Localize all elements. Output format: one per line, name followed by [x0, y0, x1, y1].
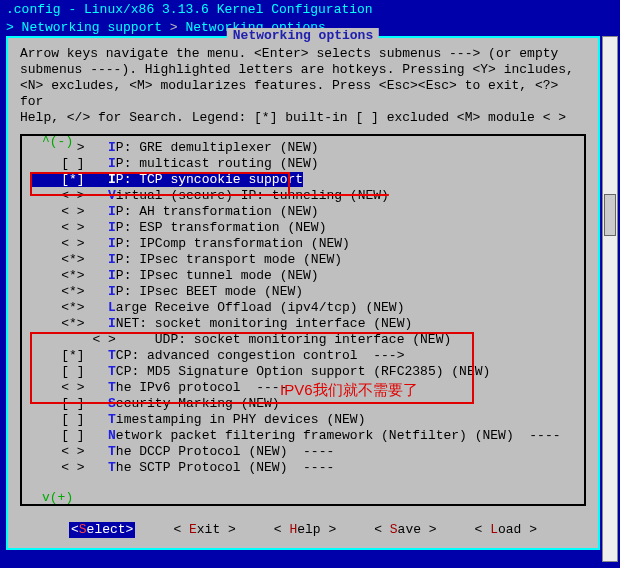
help-line: <N> excludes, <M> modularizes features. … — [20, 78, 586, 110]
menu-item[interactable]: [ ] IP: multicast routing (NEW) — [30, 156, 576, 172]
item-selector: [ ] — [30, 364, 108, 379]
window-title: .config - Linux/x86 3.13.6 Kernel Config… — [0, 0, 620, 20]
menu-item[interactable]: [*] TCP: advanced congestion control ---… — [30, 348, 576, 364]
item-hotkey: T — [108, 444, 116, 459]
item-selector: <*> — [30, 284, 108, 299]
menu-item[interactable]: < > Virtual (secure) IP: tunneling (NEW) — [30, 188, 576, 204]
item-hotkey: I — [108, 204, 116, 219]
item-label: CP: advanced congestion control ---> — [116, 348, 405, 363]
item-selector: < > — [30, 332, 139, 347]
menu-frame: ^(-) < > IP: GRE demultiplexer (NEW) [ ]… — [20, 134, 586, 506]
item-label: he IPv6 protocol ---- — [116, 380, 288, 395]
item-label: P: AH transformation (NEW) — [116, 204, 319, 219]
scroll-up-indicator: ^(-) — [40, 134, 75, 150]
menu-item[interactable]: <*> IP: IPsec tunnel mode (NEW) — [30, 268, 576, 284]
menu-item[interactable]: <*> Large Receive Offload (ipv4/tcp) (NE… — [30, 300, 576, 316]
help-line: Help, </> for Search. Legend: [*] built-… — [20, 110, 586, 126]
save-button[interactable]: < Save > — [374, 522, 436, 538]
item-hotkey: N — [108, 428, 116, 443]
help-button[interactable]: < Help > — [274, 522, 336, 538]
item-selector: < > — [30, 380, 108, 395]
item-label: P: TCP syncookie support — [116, 172, 303, 187]
btn-hk: L — [490, 522, 498, 537]
item-label: P: IPComp transformation (NEW) — [116, 236, 350, 251]
item-label: irtual (secure) IP: tunneling (NEW) — [116, 188, 389, 203]
btn-rest: elect — [87, 522, 126, 537]
select-button[interactable]: <Select> — [69, 522, 135, 538]
item-hotkey: V — [108, 188, 116, 203]
menu-item[interactable]: [*] IP: TCP syncookie support — [30, 172, 576, 188]
menu-item[interactable]: [ ] Network packet filtering framework (… — [30, 428, 576, 444]
item-hotkey: T — [108, 412, 116, 427]
item-hotkey: I — [108, 316, 116, 331]
btn-hk: S — [390, 522, 398, 537]
help-line: Arrow keys navigate the menu. <Enter> se… — [20, 46, 586, 62]
item-label: P: IPsec tunnel mode (NEW) — [116, 268, 319, 283]
menu-item[interactable]: <*> INET: socket monitoring interface (N… — [30, 316, 576, 332]
item-selector: < > — [30, 236, 108, 251]
help-line: submenus ----). Highlighted letters are … — [20, 62, 586, 78]
item-hotkey: I — [108, 172, 116, 187]
item-hotkey: I — [108, 252, 116, 267]
item-hotkey: T — [108, 348, 116, 363]
item-label: he DCCP Protocol (NEW) ---- — [116, 444, 334, 459]
menu-item[interactable]: <*> IP: IPsec BEET mode (NEW) — [30, 284, 576, 300]
exit-button[interactable]: < Exit > — [173, 522, 235, 538]
btn-lt: < — [71, 522, 79, 537]
scrollbar[interactable] — [602, 36, 618, 562]
item-selector: <*> — [30, 268, 108, 283]
item-selector: <*> — [30, 316, 108, 331]
btn-rest: xit — [197, 522, 220, 537]
btn-hk: E — [189, 522, 197, 537]
menu-item[interactable]: <*> IP: IPsec transport mode (NEW) — [30, 252, 576, 268]
item-hotkey: I — [108, 140, 116, 155]
item-label: P: multicast routing (NEW) — [116, 156, 319, 171]
item-label: CP: MD5 Signature Option support (RFC238… — [116, 364, 490, 379]
button-bar: <Select> < Exit > < Help > < Save > < Lo… — [20, 522, 586, 538]
item-hotkey: I — [108, 236, 116, 251]
menu-item[interactable]: < > The DCCP Protocol (NEW) ---- — [30, 444, 576, 460]
btn-rest: ave — [398, 522, 421, 537]
help-text: Arrow keys navigate the menu. <Enter> se… — [8, 38, 598, 130]
item-hotkey: I — [108, 284, 116, 299]
item-selector: [*] — [30, 348, 108, 363]
menu-item[interactable]: < > IP: ESP transformation (NEW) — [30, 220, 576, 236]
scroll-down-indicator: v(+) — [40, 490, 75, 506]
dialog-frame: Networking options Arrow keys navigate t… — [6, 36, 600, 550]
annotation-text: IPV6我们就不需要了 — [280, 382, 418, 398]
item-selector: < > — [30, 220, 108, 235]
breadcrumb-prefix: > — [6, 20, 22, 35]
menu-item[interactable]: < > The SCTP Protocol (NEW) ---- — [30, 460, 576, 476]
item-selector: [*] — [30, 172, 108, 187]
menu-list[interactable]: < > IP: GRE demultiplexer (NEW) [ ] IP: … — [22, 136, 584, 480]
item-label: P: IPsec transport mode (NEW) — [116, 252, 342, 267]
item-label: he SCTP Protocol (NEW) ---- — [116, 460, 334, 475]
menu-item[interactable]: < > IP: AH transformation (NEW) — [30, 204, 576, 220]
item-selector: < > — [30, 444, 108, 459]
item-hotkey: T — [108, 460, 116, 475]
item-hotkey: S — [108, 396, 116, 411]
item-label: P: IPsec BEET mode (NEW) — [116, 284, 303, 299]
breadcrumb-sep: > — [162, 20, 185, 35]
scrollbar-thumb[interactable] — [604, 194, 616, 236]
menu-item[interactable]: < > IP: GRE demultiplexer (NEW) — [30, 140, 576, 156]
menu-item[interactable]: [ ] Timestamping in PHY devices (NEW) — [30, 412, 576, 428]
item-label: UDP: socket monitoring interface (NEW) — [139, 332, 451, 347]
menu-item[interactable]: < > IP: IPComp transformation (NEW) — [30, 236, 576, 252]
item-selector: [ ] — [30, 412, 108, 427]
menu-item[interactable]: [ ] Security Marking (NEW) — [30, 396, 576, 412]
item-selector: < > — [30, 188, 108, 203]
btn-rest: elp — [297, 522, 320, 537]
item-hotkey: I — [108, 156, 116, 171]
menu-item[interactable]: < > UDP: socket monitoring interface (NE… — [30, 332, 576, 348]
btn-gt: > — [126, 522, 134, 537]
item-selector: <*> — [30, 252, 108, 267]
item-selector: < > — [30, 204, 108, 219]
load-button[interactable]: < Load > — [475, 522, 537, 538]
item-hotkey: I — [108, 268, 116, 283]
item-selector: [ ] — [30, 156, 108, 171]
item-hotkey: I — [108, 220, 116, 235]
item-selector: [ ] — [30, 428, 108, 443]
item-label: P: ESP transformation (NEW) — [116, 220, 327, 235]
menu-item[interactable]: [ ] TCP: MD5 Signature Option support (R… — [30, 364, 576, 380]
